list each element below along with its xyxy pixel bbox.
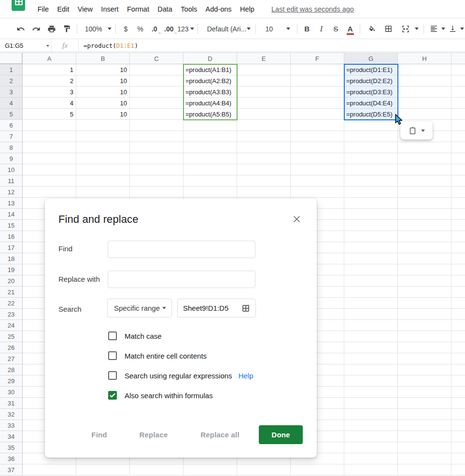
font-size-selector[interactable]: 10 [259, 25, 294, 33]
replace-button[interactable]: Replace [134, 425, 173, 444]
cell-partial-10[interactable] [451, 164, 465, 175]
cell-partial-5[interactable] [451, 109, 465, 120]
cell-E6[interactable] [237, 120, 291, 131]
row-header-3[interactable]: 3 [0, 87, 23, 98]
cell-G6[interactable] [344, 120, 398, 131]
cell-D2[interactable]: =product(A2:B2) [183, 75, 237, 87]
cell-partial-33[interactable] [451, 420, 465, 431]
cell-E1[interactable] [237, 64, 291, 75]
cell-H14[interactable] [398, 209, 451, 220]
cell-B7[interactable] [76, 131, 130, 142]
row-header-4[interactable]: 4 [0, 98, 23, 109]
cell-G34[interactable] [344, 431, 398, 442]
row-header-26[interactable]: 26 [0, 342, 23, 353]
help-link[interactable]: Help [239, 372, 254, 380]
cell-partial-27[interactable] [451, 353, 465, 364]
cell-H32[interactable] [398, 409, 451, 420]
cell-F5[interactable] [291, 109, 344, 120]
cell-partial-36[interactable] [451, 453, 465, 464]
cell-G30[interactable] [344, 387, 398, 398]
row-header-22[interactable]: 22 [0, 298, 23, 309]
find-button[interactable]: Find [86, 425, 113, 444]
cell-partial-11[interactable] [451, 175, 465, 187]
cell-H11[interactable] [398, 175, 451, 187]
row-header-20[interactable]: 20 [0, 275, 23, 287]
column-header-A[interactable]: A [23, 53, 76, 64]
row-header-1[interactable]: 1 [0, 64, 23, 75]
cell-A7[interactable] [23, 131, 76, 142]
cell-B4[interactable]: 10 [76, 98, 130, 109]
row-header-7[interactable]: 7 [0, 131, 23, 142]
row-header-10[interactable]: 10 [0, 164, 23, 175]
zoom-selector[interactable]: 100% [80, 25, 113, 33]
redo-button[interactable] [29, 22, 43, 36]
cell-partial-21[interactable] [451, 287, 465, 298]
cell-H20[interactable] [398, 275, 451, 287]
checkbox-unchecked-0[interactable] [108, 332, 117, 340]
cell-E8[interactable] [237, 142, 291, 153]
cell-H26[interactable] [398, 342, 451, 353]
horizontal-align-caret[interactable] [440, 22, 446, 36]
cell-A2[interactable]: 2 [23, 75, 76, 87]
row-header-27[interactable]: 27 [0, 353, 23, 364]
column-header-E[interactable]: E [237, 53, 291, 64]
row-header-13[interactable]: 13 [0, 198, 23, 209]
cell-D6[interactable] [183, 120, 237, 131]
cell-partial-3[interactable] [451, 87, 465, 98]
cell-G29[interactable] [344, 375, 398, 387]
cell-partial-31[interactable] [451, 398, 465, 409]
cell-partial-1[interactable] [451, 64, 465, 75]
row-header-11[interactable]: 11 [0, 175, 23, 187]
cell-H22[interactable] [398, 298, 451, 309]
cell-partial-32[interactable] [451, 409, 465, 420]
cell-E12[interactable] [237, 187, 291, 198]
increase-decimal-button[interactable]: .00→ [162, 22, 177, 36]
row-header-33[interactable]: 33 [0, 420, 23, 431]
cell-G21[interactable] [344, 287, 398, 298]
cell-D4[interactable]: =product(A4:B4) [183, 98, 237, 109]
cell-A3[interactable]: 3 [23, 87, 76, 98]
cell-D8[interactable] [183, 142, 237, 153]
cell-D10[interactable] [183, 164, 237, 175]
cell-H3[interactable] [398, 87, 451, 98]
cell-H4[interactable] [398, 98, 451, 109]
cell-H9[interactable] [398, 153, 451, 164]
cell-F8[interactable] [291, 142, 344, 153]
cell-C6[interactable] [130, 120, 183, 131]
cell-B8[interactable] [76, 142, 130, 153]
row-header-23[interactable]: 23 [0, 309, 23, 320]
cell-E9[interactable] [237, 153, 291, 164]
row-header-16[interactable]: 16 [0, 231, 23, 242]
cell-G19[interactable] [344, 264, 398, 275]
row-header-36[interactable]: 36 [0, 453, 23, 464]
cell-E4[interactable] [237, 98, 291, 109]
row-header-12[interactable]: 12 [0, 187, 23, 198]
cell-D5[interactable]: =product(A5:B5) [183, 109, 237, 120]
cell-partial-19[interactable] [451, 264, 465, 275]
cell-partial-28[interactable] [451, 364, 465, 375]
cell-H21[interactable] [398, 287, 451, 298]
cell-H24[interactable] [398, 320, 451, 331]
cell-H29[interactable] [398, 375, 451, 387]
row-header-24[interactable]: 24 [0, 320, 23, 331]
cell-D7[interactable] [183, 131, 237, 142]
cell-partial-18[interactable] [451, 253, 465, 264]
row-header-6[interactable]: 6 [0, 120, 23, 131]
cell-A9[interactable] [23, 153, 76, 164]
borders-button[interactable] [382, 22, 395, 36]
cell-F12[interactable] [291, 187, 344, 198]
cell-G25[interactable] [344, 331, 398, 342]
cell-partial-9[interactable] [451, 153, 465, 164]
cell-G31[interactable] [344, 398, 398, 409]
cell-B2[interactable]: 10 [76, 75, 130, 87]
cell-A1[interactable]: 1 [23, 64, 76, 75]
paste-options-widget[interactable] [400, 121, 433, 140]
checkbox-unchecked-1[interactable] [108, 351, 117, 360]
cell-partial-16[interactable] [451, 231, 465, 242]
replace-all-button[interactable]: Replace all [195, 425, 245, 444]
cell-partial-4[interactable] [451, 98, 465, 109]
cell-F6[interactable] [291, 120, 344, 131]
cell-partial-14[interactable] [451, 209, 465, 220]
cell-B1[interactable]: 10 [76, 64, 130, 75]
cell-H30[interactable] [398, 387, 451, 398]
